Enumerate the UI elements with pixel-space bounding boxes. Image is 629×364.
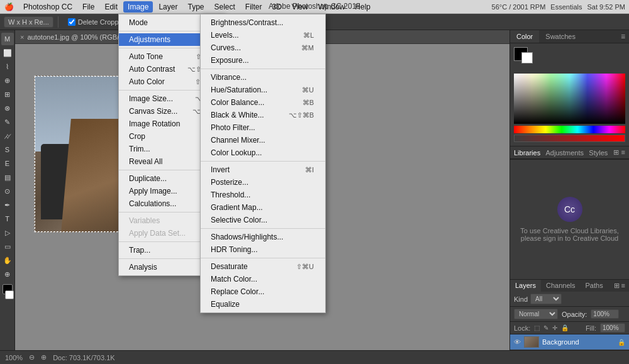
adj-hdr-toning[interactable]: HDR Toning... xyxy=(201,243,325,256)
tab-swatches[interactable]: Swatches xyxy=(539,30,582,43)
zoom-level[interactable]: 100% xyxy=(5,354,23,361)
adj-vibrance[interactable]: Vibrance... xyxy=(201,71,325,84)
tab-adjustments[interactable]: Adjustments xyxy=(545,149,584,157)
black-overlay xyxy=(514,74,625,124)
zoom-out-icon[interactable]: ⊖ xyxy=(29,353,35,361)
adj-photo-filter[interactable]: Photo Filter... xyxy=(201,121,325,134)
lock-image-icon[interactable]: ✎ xyxy=(543,324,548,331)
menubar-type[interactable]: Type xyxy=(183,1,208,13)
menubar-window[interactable]: Window xyxy=(314,1,350,13)
menubar-image[interactable]: Image xyxy=(123,1,153,13)
adj-brightness-contrast[interactable]: Brightness/Contrast... xyxy=(201,16,325,29)
lib-menu-icon[interactable]: ≡ xyxy=(621,148,625,157)
adj-selective-color[interactable]: Selective Color... xyxy=(201,214,325,226)
adj-black-white[interactable]: Black & White... ⌥⇧⌘B xyxy=(201,109,325,121)
tool-shape[interactable]: ▭ xyxy=(1,240,14,253)
tool-brush[interactable]: ⌭ xyxy=(1,130,14,142)
layers-options-icon[interactable]: ⊞ xyxy=(614,282,620,290)
tab-channels[interactable]: Channels xyxy=(541,280,580,292)
menubar-view[interactable]: View xyxy=(287,1,313,13)
tool-eraser[interactable]: E xyxy=(1,157,14,170)
adj-replace-color[interactable]: Replace Color... xyxy=(201,285,325,298)
adj-levels[interactable]: Levels... ⌘L xyxy=(201,29,325,41)
hue-slider[interactable] xyxy=(514,126,625,133)
adj-match-color[interactable]: Match Color... xyxy=(201,273,325,285)
layer-name: Background xyxy=(542,338,615,346)
delete-cropped-checkbox[interactable] xyxy=(68,18,75,26)
adj-exposure[interactable]: Exposure... xyxy=(201,54,325,67)
layer-background[interactable]: 👁 Background 🔒 xyxy=(510,334,629,350)
adj-shadows-highlights[interactable]: Shadows/Highlights... xyxy=(201,231,325,243)
adj-selective-color-label: Selective Color... xyxy=(211,216,267,224)
adj-channel-mixer[interactable]: Channel Mixer... xyxy=(201,134,325,146)
kind-select[interactable]: All Pixel xyxy=(530,294,562,304)
adj-desaturate[interactable]: Desaturate ⇧⌘U xyxy=(201,260,325,273)
layer-visibility-icon[interactable]: 👁 xyxy=(514,338,521,346)
tab-libraries[interactable]: Libraries xyxy=(514,149,540,157)
tool-move[interactable]: M xyxy=(1,33,14,45)
adjustments-submenu: Brightness/Contrast... Levels... ⌘L Curv… xyxy=(200,14,326,313)
color-field[interactable] xyxy=(514,74,625,124)
adj-curves[interactable]: Curves... ⌘M xyxy=(201,41,325,54)
menu-crop-label: Crop xyxy=(129,132,145,141)
tool-dodge[interactable]: ⊙ xyxy=(1,185,14,197)
zoom-in-icon[interactable]: ⊕ xyxy=(41,353,47,361)
adj-equalize[interactable]: Equalize xyxy=(201,298,325,311)
background-swatch[interactable] xyxy=(521,52,533,63)
tool-hand[interactable]: ✋ xyxy=(1,254,14,267)
tab-color[interactable]: Color xyxy=(510,30,539,43)
lock-transparent-icon[interactable]: ⬚ xyxy=(534,324,540,331)
panel-options-icon[interactable]: ≡ xyxy=(621,32,625,41)
fg-bg-group[interactable] xyxy=(514,47,539,70)
background-color[interactable] xyxy=(5,290,14,299)
lib-options-icon[interactable]: ⊞ xyxy=(613,148,619,157)
tool-gradient[interactable]: ▤ xyxy=(1,171,14,184)
fill-input[interactable] xyxy=(600,323,625,333)
tab-styles[interactable]: Styles xyxy=(589,149,608,157)
tool-path-select[interactable]: ▷ xyxy=(1,226,14,239)
tab-paths[interactable]: Paths xyxy=(581,280,608,292)
menubar-layer[interactable]: Layer xyxy=(154,1,182,13)
menubar-select[interactable]: Select xyxy=(209,1,239,13)
opacity-input[interactable] xyxy=(591,309,619,319)
tool-marquee[interactable]: ⬜ xyxy=(1,47,14,59)
lock-position-icon[interactable]: ✛ xyxy=(552,324,557,331)
tab-layers[interactable]: Layers xyxy=(510,280,541,292)
tool-zoom[interactable]: ⊕ xyxy=(1,268,14,280)
menubar-edit[interactable]: Edit xyxy=(100,1,122,13)
color-panel-tabs: Color Swatches ≡ xyxy=(510,30,629,43)
tool-pen[interactable]: ✒ xyxy=(1,199,14,211)
apple-menu[interactable]: 🍎 xyxy=(4,2,14,12)
lock-all-icon[interactable]: 🔒 xyxy=(561,324,569,331)
adj-color-lookup[interactable]: Color Lookup... xyxy=(201,146,325,159)
adj-color-lookup-label: Color Lookup... xyxy=(211,148,262,157)
menu-trim-label: Trim... xyxy=(129,145,150,153)
menubar-filter[interactable]: Filter xyxy=(241,1,267,13)
tool-options-size[interactable]: W x H x Re... xyxy=(4,16,53,28)
tool-text[interactable]: T xyxy=(1,212,14,225)
blend-mode-select[interactable]: Normal xyxy=(514,309,558,319)
tool-lasso[interactable]: ⌇ xyxy=(1,60,14,73)
layers-menu-icon[interactable]: ≡ xyxy=(621,282,625,290)
tool-clone[interactable]: S xyxy=(1,143,14,156)
essentials-btn[interactable]: Essentials xyxy=(550,3,582,11)
kind-label: Kind xyxy=(514,295,528,303)
tool-eyedropper[interactable]: ⊗ xyxy=(1,102,14,114)
menubar-3d[interactable]: 3D xyxy=(268,1,286,13)
adj-color-balance[interactable]: Color Balance... ⌘B xyxy=(201,96,325,109)
menubar-file[interactable]: File xyxy=(78,1,99,13)
adj-invert[interactable]: Invert ⌘I xyxy=(201,163,325,176)
tool-healing[interactable]: ✎ xyxy=(1,116,14,128)
adj-gradient-map[interactable]: Gradient Map... xyxy=(201,201,325,214)
adj-threshold[interactable]: Threshold... xyxy=(201,189,325,201)
libraries-panel-content: Cc To use Creative Cloud Libraries, plea… xyxy=(510,159,629,279)
opacity-slider[interactable] xyxy=(514,135,625,142)
menubar-help[interactable]: Help xyxy=(350,1,375,13)
menubar-app-name[interactable]: Photoshop CC xyxy=(19,1,77,13)
tool-crop[interactable]: ⊞ xyxy=(1,88,14,101)
adj-color-balance-shortcut: ⌘B xyxy=(303,99,314,107)
adj-posterize[interactable]: Posterize... xyxy=(201,176,325,189)
canvas-close-icon[interactable]: × xyxy=(20,33,24,41)
adj-hue-saturation[interactable]: Hue/Saturation... ⌘U xyxy=(201,84,325,96)
tool-quick-select[interactable]: ⊕ xyxy=(1,74,14,87)
